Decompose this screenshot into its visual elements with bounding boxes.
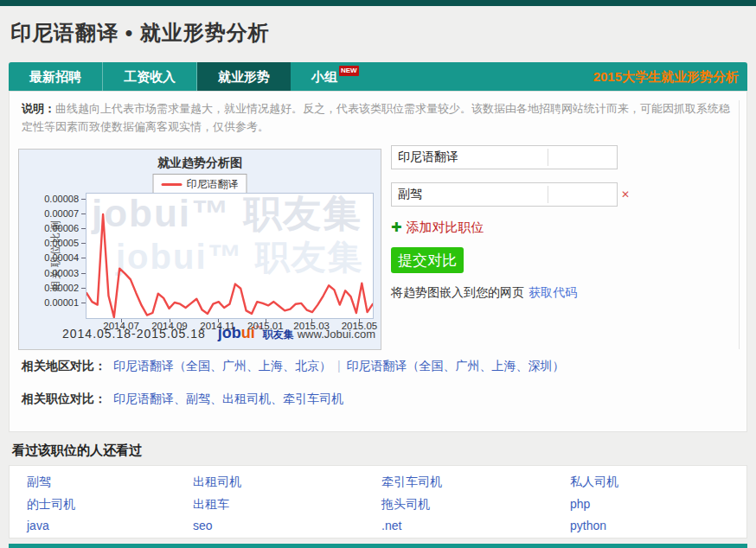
submit-compare-button[interactable]: 提交对比 — [391, 247, 464, 273]
legend-line-sample — [162, 183, 183, 186]
x-tick-mark — [311, 319, 312, 322]
separator: 、 — [174, 392, 186, 405]
y-tick-label: 0.00002 — [29, 283, 79, 293]
tab-label: 工资收入 — [124, 69, 176, 84]
plus-icon: ✚ — [391, 220, 402, 234]
also-viewed-link[interactable]: 出租车 — [193, 497, 229, 513]
x-tick-mark — [170, 319, 170, 322]
embed-text: 将趋势图嵌入到您的网页 — [391, 285, 524, 299]
related-jobs-compare-row: 相关职位对比： 印尼语翻译、副驾、出租司机、牵引车司机 — [22, 392, 343, 407]
notice-label: 说明： — [22, 102, 55, 115]
related-region-compare-row: 相关地区对比： 印尼语翻译（全国、广州、上海、北京）|印尼语翻译（全国、广州、上… — [22, 359, 565, 374]
y-tick-mark — [81, 228, 86, 229]
y-tick-mark — [81, 288, 86, 289]
tab-3[interactable]: 就业形势 — [197, 62, 291, 91]
y-tick-mark — [81, 243, 86, 244]
related-jobs-label: 相关职位对比： — [22, 392, 106, 405]
link-2015-employment-analysis[interactable]: 2015大学生就业形势分析 — [593, 62, 739, 91]
input-divider-1 — [548, 149, 548, 166]
also-viewed-link[interactable]: java — [27, 519, 49, 532]
legend-label: 印尼语翻译 — [187, 177, 239, 192]
chart-title: 就业趋势分析图 — [19, 156, 381, 171]
related-job-link-4[interactable]: 牵引车司机 — [283, 392, 343, 405]
x-tick-mark — [218, 319, 219, 322]
related-job-link-3[interactable]: 出租司机 — [222, 392, 271, 405]
trend-line — [86, 214, 373, 317]
y-tick-mark — [81, 213, 86, 214]
x-tick-mark — [121, 319, 122, 322]
related-job-link-2[interactable]: 副驾 — [186, 392, 210, 405]
tab-2[interactable]: 工资收入 — [103, 62, 197, 91]
x-tick-mark — [266, 319, 266, 322]
also-viewed-link[interactable]: 拖头司机 — [381, 497, 430, 513]
tab-bar: 最新招聘工资收入就业形势小组NEW2015大学生就业形势分析 — [9, 62, 747, 91]
add-compare-job-label: 添加对比职位 — [407, 220, 484, 234]
also-viewed-link[interactable]: 私人司机 — [570, 475, 618, 490]
y-tick-mark — [81, 303, 86, 303]
also-viewed-link[interactable]: seo — [193, 519, 213, 532]
y-tick-label: 0.00004 — [29, 252, 79, 263]
get-embed-code-link[interactable]: 获取代码 — [529, 285, 577, 299]
also-viewed-link[interactable]: 副驾 — [27, 475, 51, 490]
related-region-label: 相关地区对比： — [22, 359, 106, 373]
y-tick-mark — [81, 273, 86, 274]
trend-line-svg — [86, 194, 373, 318]
also-viewed-heading: 看过该职位的人还看过 — [12, 443, 142, 459]
y-tick-label: 0.00001 — [29, 297, 79, 308]
bottom-footer-strip — [9, 544, 747, 548]
right-column-divider — [739, 100, 740, 349]
also-viewed-link[interactable]: php — [570, 497, 590, 511]
also-viewed-link[interactable]: 的士司机 — [27, 497, 75, 513]
tab-label: 小组 — [311, 69, 337, 84]
plot-area: jobui™ 职友集 jobui™ 职友集 — [86, 193, 374, 319]
also-viewed-card: 副驾的士司机java出租司机出租车seo牵引车司机拖头司机.net私人司机php… — [9, 465, 747, 538]
related-region-link-2[interactable]: 印尼语翻译（全国、广州、上海、深圳） — [347, 359, 565, 373]
main-panel: 说明：曲线越向上代表市场需求量越大，就业情况越好。反之，代表该类职位需求量较少。… — [9, 91, 747, 432]
compare-job-input-1[interactable] — [391, 145, 618, 169]
related-region-link-1[interactable]: 印尼语翻译（全国、广州、上海、北京） — [113, 359, 331, 373]
y-tick-mark — [81, 199, 86, 200]
top-header-strip — [0, 0, 756, 6]
embed-row: 将趋势图嵌入到您的网页获取代码 — [391, 285, 577, 301]
trend-chart: 就业趋势分析图 印尼语翻译 相关职位比例 jobui™ 职友集 jobui™ 职… — [18, 149, 381, 350]
x-tick-mark — [359, 319, 360, 322]
related-job-link-1[interactable]: 印尼语翻译 — [113, 392, 174, 405]
y-tick-label: 0.00005 — [29, 238, 79, 248]
y-tick-label: 0.00008 — [29, 194, 79, 204]
also-viewed-link[interactable]: 出租司机 — [193, 475, 241, 490]
also-viewed-link[interactable]: python — [570, 519, 606, 532]
tab-1[interactable]: 最新招聘 — [9, 62, 103, 91]
add-compare-job-link[interactable]: ✚添加对比职位 — [391, 220, 484, 236]
tab-4[interactable]: 小组NEW — [291, 62, 380, 91]
also-viewed-link[interactable]: .net — [381, 519, 401, 532]
y-tick-mark — [81, 258, 86, 258]
new-badge: NEW — [339, 66, 359, 76]
page-title: 印尼语翻译 • 就业形势分析 — [10, 19, 270, 47]
also-viewed-link[interactable]: 牵引车司机 — [381, 475, 442, 490]
separator: 、 — [210, 392, 222, 405]
y-tick-label: 0.00003 — [29, 268, 79, 278]
compare-job-input-2[interactable] — [391, 182, 618, 207]
tab-label: 最新招聘 — [29, 69, 81, 84]
y-tick-label: 0.00007 — [29, 208, 79, 219]
y-tick-label: 0.00006 — [29, 223, 79, 233]
notice-text: 说明：曲线越向上代表市场需求量越大，就业情况越好。反之，代表该类职位需求量较少。… — [22, 99, 738, 136]
tab-label: 就业形势 — [218, 69, 270, 84]
separator: | — [337, 359, 341, 373]
remove-input-icon[interactable]: ✕ — [621, 188, 630, 201]
separator: 、 — [271, 392, 283, 405]
input-divider-2 — [548, 186, 548, 203]
